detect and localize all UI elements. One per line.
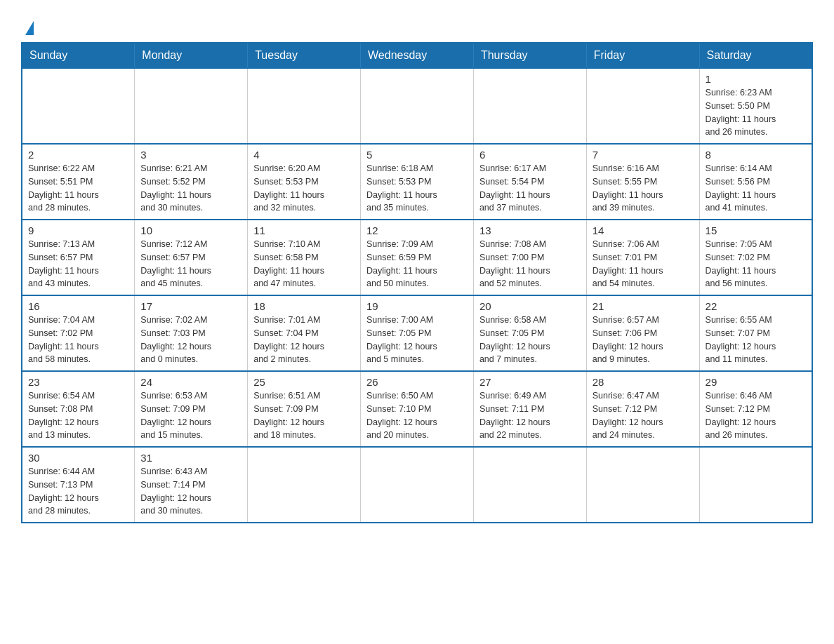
day-number: 6 [479, 149, 581, 161]
calendar-week-row: 1Sunrise: 6:23 AMSunset: 5:50 PMDaylight… [22, 68, 812, 144]
day-number: 4 [253, 149, 355, 161]
calendar-cell [22, 68, 135, 144]
weekday-header-tuesday: Tuesday [248, 43, 361, 68]
day-number: 26 [366, 376, 468, 388]
calendar-cell: 23Sunrise: 6:54 AMSunset: 7:08 PMDayligh… [22, 371, 135, 447]
day-number: 8 [706, 149, 806, 161]
day-number: 29 [706, 376, 806, 388]
logo-general-text [21, 21, 34, 35]
calendar-cell: 22Sunrise: 6:55 AMSunset: 7:07 PMDayligh… [699, 295, 812, 371]
calendar-cell [586, 68, 699, 144]
calendar-week-row: 23Sunrise: 6:54 AMSunset: 7:08 PMDayligh… [22, 371, 812, 447]
calendar-cell: 17Sunrise: 7:02 AMSunset: 7:03 PMDayligh… [135, 295, 248, 371]
day-info: Sunrise: 6:51 AMSunset: 7:09 PMDaylight:… [253, 389, 355, 442]
calendar-cell: 11Sunrise: 7:10 AMSunset: 6:58 PMDayligh… [248, 220, 361, 295]
day-number: 31 [140, 452, 241, 464]
calendar-cell: 18Sunrise: 7:01 AMSunset: 7:04 PMDayligh… [248, 295, 361, 371]
day-number: 13 [479, 224, 581, 236]
day-info: Sunrise: 6:21 AMSunset: 5:52 PMDaylight:… [140, 162, 241, 215]
day-number: 25 [253, 376, 355, 388]
day-number: 11 [253, 224, 355, 236]
calendar-cell: 10Sunrise: 7:12 AMSunset: 6:57 PMDayligh… [135, 220, 248, 295]
calendar-cell: 9Sunrise: 7:13 AMSunset: 6:57 PMDaylight… [22, 220, 135, 295]
day-info: Sunrise: 6:50 AMSunset: 7:10 PMDaylight:… [366, 389, 468, 442]
calendar-cell: 8Sunrise: 6:14 AMSunset: 5:56 PMDaylight… [699, 144, 812, 220]
logo [21, 14, 34, 35]
calendar-cell [248, 447, 361, 523]
day-number: 19 [366, 300, 468, 312]
day-info: Sunrise: 6:23 AMSunset: 5:50 PMDaylight:… [706, 86, 806, 139]
calendar-cell: 29Sunrise: 6:46 AMSunset: 7:12 PMDayligh… [699, 371, 812, 447]
calendar-cell [135, 68, 248, 144]
calendar-cell: 16Sunrise: 7:04 AMSunset: 7:02 PMDayligh… [22, 295, 135, 371]
day-info: Sunrise: 6:54 AMSunset: 7:08 PMDaylight:… [28, 389, 128, 442]
calendar-week-row: 16Sunrise: 7:04 AMSunset: 7:02 PMDayligh… [22, 295, 812, 371]
day-info: Sunrise: 7:08 AMSunset: 7:00 PMDaylight:… [479, 238, 581, 290]
day-number: 10 [140, 224, 241, 236]
calendar-cell: 14Sunrise: 7:06 AMSunset: 7:01 PMDayligh… [586, 220, 699, 295]
calendar-cell [248, 68, 361, 144]
day-info: Sunrise: 6:47 AMSunset: 7:12 PMDaylight:… [593, 389, 694, 442]
calendar-cell: 3Sunrise: 6:21 AMSunset: 5:52 PMDaylight… [135, 144, 248, 220]
calendar-cell: 26Sunrise: 6:50 AMSunset: 7:10 PMDayligh… [361, 371, 474, 447]
weekday-header-thursday: Thursday [473, 43, 586, 68]
page-header [21, 14, 813, 35]
day-info: Sunrise: 6:55 AMSunset: 7:07 PMDaylight:… [706, 314, 806, 366]
calendar-cell [699, 447, 812, 523]
calendar-cell: 31Sunrise: 6:43 AMSunset: 7:14 PMDayligh… [135, 447, 248, 523]
calendar-cell: 12Sunrise: 7:09 AMSunset: 6:59 PMDayligh… [361, 220, 474, 295]
weekday-header-friday: Friday [586, 43, 699, 68]
calendar-cell: 24Sunrise: 6:53 AMSunset: 7:09 PMDayligh… [135, 371, 248, 447]
day-info: Sunrise: 6:18 AMSunset: 5:53 PMDaylight:… [366, 162, 468, 215]
calendar-cell [586, 447, 699, 523]
day-info: Sunrise: 6:22 AMSunset: 5:51 PMDaylight:… [28, 162, 128, 215]
day-info: Sunrise: 7:09 AMSunset: 6:59 PMDaylight:… [366, 238, 468, 290]
day-number: 28 [593, 376, 694, 388]
calendar-cell: 5Sunrise: 6:18 AMSunset: 5:53 PMDaylight… [361, 144, 474, 220]
calendar-cell: 19Sunrise: 7:00 AMSunset: 7:05 PMDayligh… [361, 295, 474, 371]
weekday-header-wednesday: Wednesday [361, 43, 474, 68]
calendar-cell [361, 447, 474, 523]
day-number: 5 [366, 149, 468, 161]
day-number: 30 [28, 452, 128, 464]
day-number: 16 [28, 300, 128, 312]
day-number: 18 [253, 300, 355, 312]
calendar-cell: 6Sunrise: 6:17 AMSunset: 5:54 PMDaylight… [473, 144, 586, 220]
day-info: Sunrise: 7:05 AMSunset: 7:02 PMDaylight:… [706, 238, 806, 290]
weekday-header-sunday: Sunday [22, 43, 135, 68]
day-info: Sunrise: 6:58 AMSunset: 7:05 PMDaylight:… [479, 314, 581, 366]
day-number: 17 [140, 300, 241, 312]
day-info: Sunrise: 7:02 AMSunset: 7:03 PMDaylight:… [140, 314, 241, 366]
day-info: Sunrise: 6:17 AMSunset: 5:54 PMDaylight:… [479, 162, 581, 215]
day-number: 3 [140, 149, 241, 161]
day-number: 27 [479, 376, 581, 388]
calendar-week-row: 30Sunrise: 6:44 AMSunset: 7:13 PMDayligh… [22, 447, 812, 523]
calendar-cell: 13Sunrise: 7:08 AMSunset: 7:00 PMDayligh… [473, 220, 586, 295]
weekday-header-monday: Monday [135, 43, 248, 68]
logo-triangle-icon [25, 21, 34, 35]
day-info: Sunrise: 6:44 AMSunset: 7:13 PMDaylight:… [28, 465, 128, 518]
day-number: 22 [706, 300, 806, 312]
calendar-cell: 7Sunrise: 6:16 AMSunset: 5:55 PMDaylight… [586, 144, 699, 220]
calendar-cell: 4Sunrise: 6:20 AMSunset: 5:53 PMDaylight… [248, 144, 361, 220]
calendar-cell: 21Sunrise: 6:57 AMSunset: 7:06 PMDayligh… [586, 295, 699, 371]
day-info: Sunrise: 6:20 AMSunset: 5:53 PMDaylight:… [253, 162, 355, 215]
weekday-header-saturday: Saturday [699, 43, 812, 68]
day-info: Sunrise: 6:53 AMSunset: 7:09 PMDaylight:… [140, 389, 241, 442]
day-info: Sunrise: 7:13 AMSunset: 6:57 PMDaylight:… [28, 238, 128, 290]
calendar-cell [361, 68, 474, 144]
day-info: Sunrise: 6:49 AMSunset: 7:11 PMDaylight:… [479, 389, 581, 442]
day-info: Sunrise: 7:01 AMSunset: 7:04 PMDaylight:… [253, 314, 355, 366]
day-number: 24 [140, 376, 241, 388]
day-info: Sunrise: 7:06 AMSunset: 7:01 PMDaylight:… [593, 238, 694, 290]
day-number: 1 [706, 73, 806, 85]
day-number: 20 [479, 300, 581, 312]
calendar-cell: 1Sunrise: 6:23 AMSunset: 5:50 PMDaylight… [699, 68, 812, 144]
calendar-cell: 30Sunrise: 6:44 AMSunset: 7:13 PMDayligh… [22, 447, 135, 523]
day-info: Sunrise: 6:57 AMSunset: 7:06 PMDaylight:… [593, 314, 694, 366]
calendar-cell: 27Sunrise: 6:49 AMSunset: 7:11 PMDayligh… [473, 371, 586, 447]
day-info: Sunrise: 7:12 AMSunset: 6:57 PMDaylight:… [140, 238, 241, 290]
calendar-cell: 2Sunrise: 6:22 AMSunset: 5:51 PMDaylight… [22, 144, 135, 220]
day-info: Sunrise: 6:16 AMSunset: 5:55 PMDaylight:… [593, 162, 694, 215]
day-info: Sunrise: 6:43 AMSunset: 7:14 PMDaylight:… [140, 465, 241, 518]
